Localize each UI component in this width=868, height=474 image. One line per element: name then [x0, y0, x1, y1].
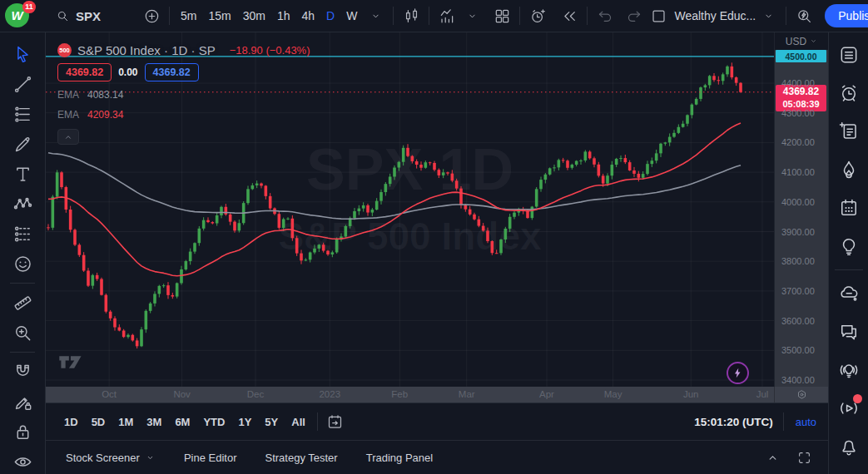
magnet-tool[interactable]	[0, 357, 46, 387]
publish-button[interactable]: Publish	[825, 4, 868, 27]
xabcd-pattern-tool[interactable]	[0, 189, 46, 219]
drawing-toolbar	[0, 32, 46, 474]
clock-label[interactable]: 15:01:20 (UTC)	[694, 416, 773, 428]
chat-button[interactable]	[829, 313, 868, 351]
timeframe-D[interactable]: D	[320, 6, 340, 26]
currency-label: USD	[786, 36, 806, 47]
layout-name[interactable]: Wealthy Educ...	[674, 9, 756, 22]
range-3M[interactable]: 3M	[140, 412, 168, 432]
timeframe-group: 5m15m30m1h4hDW	[175, 6, 363, 26]
hide-all-drawings-tool[interactable]	[0, 447, 46, 474]
tradingview-logo[interactable]	[57, 353, 86, 371]
go-to-date-button[interactable]	[323, 409, 348, 434]
tab-trading-panel[interactable]: Trading Panel	[358, 447, 441, 469]
chart-pane[interactable]: SPX 1D S&P 500 Index 500 S&P 500 Index ·…	[46, 32, 774, 387]
panel-chevron-up-icon[interactable]	[760, 445, 785, 470]
symbol-row[interactable]: 500 S&P 500 Index · 1D · SP −18.90 (−0.4…	[57, 42, 310, 57]
streams-button[interactable]	[829, 389, 868, 427]
time-axis[interactable]: OctNovDec2023FebMarAprMayJunJul	[46, 387, 828, 402]
price-tick: 3400.00	[781, 373, 815, 387]
range-YTD[interactable]: YTD	[196, 412, 231, 432]
timeframe-5m[interactable]: 5m	[175, 6, 202, 26]
chart-type-candles-button[interactable]	[399, 3, 424, 28]
trend-line-icon	[12, 74, 33, 95]
divider	[786, 7, 786, 25]
tab-label: Pine Editor	[184, 452, 237, 464]
ideas-button[interactable]	[829, 227, 868, 265]
tab-stock-screener[interactable]: Stock Screener	[57, 447, 164, 469]
price-tick: 4000.00	[781, 195, 815, 209]
alert-plus-button[interactable]	[525, 3, 550, 28]
time-tick: Jun	[676, 387, 706, 402]
tab-label: Trading Panel	[366, 452, 433, 464]
indicator-row[interactable]: EMA 4083.14	[57, 88, 310, 101]
time-tick: 2023	[315, 387, 345, 402]
timeframe-4h[interactable]: 4h	[296, 6, 321, 26]
legend-collapse-button[interactable]	[57, 129, 79, 145]
buy-price-button[interactable]: 4369.82	[145, 63, 199, 81]
lock-all-drawings-icon	[12, 422, 33, 442]
brush-tool[interactable]	[0, 129, 46, 159]
redo-button[interactable]	[621, 3, 646, 28]
fib-retracement-icon	[12, 104, 33, 125]
indicator-value: 4083.14	[87, 89, 123, 101]
text-tool[interactable]	[0, 159, 46, 189]
cursor-icon	[12, 44, 33, 65]
range-1M[interactable]: 1M	[112, 412, 140, 432]
emoji-tool[interactable]	[0, 249, 46, 279]
app-logo[interactable]: W 11	[5, 3, 31, 29]
range-1Y[interactable]: 1Y	[231, 412, 258, 432]
minds-button[interactable]	[829, 274, 868, 313]
price-scale[interactable]: USD 4500.00 4369.82 05:08:39 4400.004300…	[774, 32, 828, 387]
symbol-title[interactable]: S&P 500 Index · 1D · SP	[77, 43, 216, 57]
sell-price-button[interactable]: 4369.82	[57, 63, 112, 81]
cursor-tool[interactable]	[0, 39, 46, 69]
tab-pine-editor[interactable]: Pine Editor	[176, 447, 246, 469]
emoji-icon	[12, 254, 33, 274]
timeframe-menu-chevron-down-icon[interactable]	[363, 3, 388, 28]
spread-value: 0.00	[118, 67, 137, 78]
layout-chevron-down-icon[interactable]	[756, 3, 781, 28]
symbol-search-text: SPX	[76, 9, 101, 23]
timeframe-30m[interactable]: 30m	[237, 6, 271, 26]
notes-button[interactable]	[829, 112, 868, 151]
range-All[interactable]: All	[285, 412, 312, 432]
grid-layout-button[interactable]	[489, 3, 514, 28]
hotlists-button[interactable]	[829, 151, 868, 189]
trend-line-tool[interactable]	[0, 69, 46, 99]
symbol-change: −18.90 (−0.43%)	[230, 44, 310, 57]
auto-scale-label[interactable]: auto	[796, 416, 816, 428]
quick-search-icon[interactable]	[791, 3, 816, 28]
symbol-search[interactable]: SPX	[51, 3, 106, 28]
lock-all-drawings-tool[interactable]	[0, 417, 46, 447]
price-scale-currency[interactable]: USD	[775, 32, 829, 50]
notifications-button[interactable]	[829, 427, 868, 466]
calendar-button[interactable]	[829, 189, 868, 227]
layout-square-icon[interactable]	[646, 3, 671, 28]
watchlist-button[interactable]	[829, 36, 868, 74]
range-1D[interactable]: 1D	[57, 412, 85, 432]
measure-tool[interactable]	[0, 288, 46, 318]
instant-trading-button[interactable]	[727, 362, 749, 384]
indicators-button[interactable]	[434, 3, 459, 28]
range-5D[interactable]: 5D	[85, 412, 112, 432]
fib-retracement-tool[interactable]	[0, 99, 46, 129]
zoom-in-tool[interactable]	[0, 318, 46, 348]
panel-maximize-icon[interactable]	[791, 445, 816, 470]
live-ideas-button[interactable]	[829, 351, 868, 389]
tab-strategy-tester[interactable]: Strategy Tester	[256, 447, 345, 469]
indicator-row[interactable]: EMA 4209.34	[57, 108, 310, 121]
range-6M[interactable]: 6M	[168, 412, 196, 432]
drawing-mode-tool[interactable]	[0, 387, 46, 417]
bar-replay-button[interactable]	[557, 3, 582, 28]
alerts-button[interactable]	[829, 74, 868, 112]
indicators-chevron-down-icon[interactable]	[459, 3, 484, 28]
range-5Y[interactable]: 5Y	[258, 412, 285, 432]
undo-button[interactable]	[593, 3, 618, 28]
timeframe-W[interactable]: W	[340, 6, 363, 26]
timeframe-15m[interactable]: 15m	[202, 6, 236, 26]
timeframe-1h[interactable]: 1h	[271, 6, 296, 26]
compare-add-symbol-button[interactable]	[139, 3, 164, 28]
forecast-tool[interactable]	[0, 219, 46, 249]
axis-settings-gear-icon[interactable]	[774, 387, 828, 402]
